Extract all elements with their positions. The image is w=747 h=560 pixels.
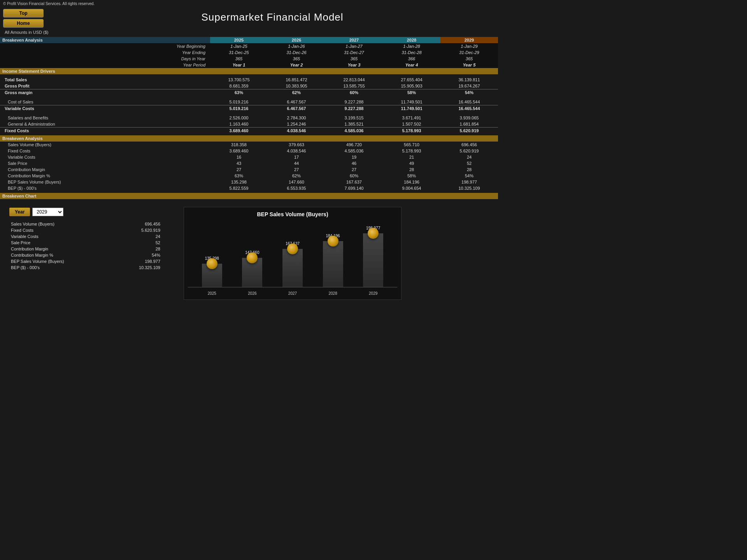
chart-right-panel: BEP Sales Volume (Buyers) 135.298 147.66… — [184, 207, 402, 300]
salaries-row: Salaries and Benefits 2.526.000 2.784.30… — [0, 115, 498, 121]
bvc-2025: 16 — [210, 154, 268, 160]
bep-sale-price-label: Sale Price — [0, 160, 210, 166]
total-sales-2026: 16.851.472 — [268, 77, 325, 83]
bsv-2027: 496.720 — [325, 142, 383, 148]
sal-2027: 3.199.515 — [325, 115, 383, 121]
period-2028: Year 4 — [383, 62, 440, 68]
year-ending-2027: 31-Dec-27 — [325, 49, 383, 56]
list-item: Contribution Margin 28 — [9, 246, 163, 252]
gross-profit-2026: 10.383.905 — [268, 83, 325, 89]
list-item: Sales Volume (Buyers) 696.456 — [9, 221, 163, 227]
bep-bep-sales-volume-row: BEP Sales Volume (Buyers) 135.298 147.66… — [0, 179, 498, 185]
cos-2025: 5.019.216 — [210, 99, 268, 105]
total-sales-2027: 22.813.044 — [325, 77, 383, 83]
table-row: Days in Year 365 365 365 366 365 — [0, 56, 498, 62]
year-beginning-label: Year Beginning — [0, 43, 210, 49]
total-sales-row: Total Sales 13.700.575 16.851.472 22.813… — [0, 77, 498, 83]
chart-cm-label: Contribution Margin — [9, 246, 115, 252]
chart-bsv-value: 198.977 — [115, 258, 163, 264]
bfc-2025: 3.689.460 — [210, 148, 268, 154]
vc-2029: 16.465.544 — [440, 105, 498, 112]
bar-dot-2027 — [287, 243, 298, 254]
fc-income-2026: 4.038.546 — [268, 128, 325, 134]
sp-2025: 43 — [210, 160, 268, 166]
list-item: Contribution Margin % 54% — [9, 252, 163, 258]
bep-contribution-margin-label: Contribution Margin — [0, 166, 210, 173]
chart-cm-pct-value: 54% — [115, 252, 163, 258]
home-button[interactable]: Home — [3, 19, 44, 28]
bar-rect-2026 — [242, 258, 262, 287]
bar-dot-2025 — [207, 258, 217, 269]
income-drivers-header: Income Statement Drivers — [0, 68, 498, 74]
year-header-2026: 2026 — [268, 37, 325, 43]
fc-income-2027: 4.585.036 — [325, 128, 383, 134]
ga-2025: 1.163.460 — [210, 121, 268, 128]
bar-item-2029: 198.977 — [363, 225, 383, 287]
bvc-2027: 19 — [325, 154, 383, 160]
period-2025: Year 1 — [210, 62, 268, 68]
breakeven-section-header: Breakeven Analysis — [0, 37, 210, 43]
bar-rect-2028 — [323, 241, 343, 287]
bar-year-2025: 2025 — [208, 291, 216, 296]
bvc-2029: 24 — [440, 154, 498, 160]
bep-contribution-margin-pct-row: Contribution Margin % 63% 62% 60% 58% 54… — [0, 173, 498, 179]
year-select[interactable]: 2025 2026 2027 2028 2029 — [32, 208, 63, 216]
sal-2029: 3.939.065 — [440, 115, 498, 121]
main-table: Breakeven Analysis 2025 2026 2027 2028 2… — [0, 37, 498, 199]
days-2029: 365 — [440, 56, 498, 62]
gross-margin-2025: 63% — [210, 89, 268, 96]
gross-profit-2025: 8.681.359 — [210, 83, 268, 89]
bbsv-2025: 135.298 — [210, 179, 268, 185]
page-title: Supermarket Financial Model — [47, 7, 498, 25]
chart-sale-price-value: 52 — [115, 240, 163, 246]
fc-income-2028: 5.178.993 — [383, 128, 440, 134]
bep-variable-costs-label: Variable Costs — [0, 154, 210, 160]
ga-label: General & Administration — [0, 121, 210, 128]
bep-fixed-costs-row: Fixed Costs 3.689.460 4.038.546 4.585.03… — [0, 148, 498, 154]
cos-2028: 11.749.501 — [383, 99, 440, 105]
bdol-2028: 9.004.654 — [383, 185, 440, 191]
bar-year-2028: 2028 — [328, 291, 337, 296]
bep-contribution-margin-pct-label: Contribution Margin % — [0, 173, 210, 179]
chart-left-panel: Year 2025 2026 2027 2028 2029 Sales Volu… — [5, 204, 168, 303]
cost-of-sales-label: Cost of Sales — [0, 99, 210, 105]
bep-variable-costs-row: Variable Costs 16 17 19 21 24 — [0, 154, 498, 160]
bep-sale-price-row: Sale Price 43 44 46 49 52 — [0, 160, 498, 166]
spacer-row — [0, 112, 498, 115]
bar-dot-2029 — [368, 228, 379, 239]
bbsv-2028: 184.196 — [383, 179, 440, 185]
year-beginning-2029: 1-Jan-29 — [440, 43, 498, 49]
year-period-label: Year Period — [0, 62, 210, 68]
sp-2029: 52 — [440, 160, 498, 166]
gross-profit-2027: 13.585.755 — [325, 83, 383, 89]
gross-margin-label: Gross margin — [0, 89, 210, 96]
copyright: © Profit Vision Financial Services. All … — [0, 0, 498, 7]
bfc-2027: 4.585.036 — [325, 148, 383, 154]
bar-year-2027: 2027 — [288, 291, 297, 296]
chart-bdol-value: 10.325.109 — [115, 264, 163, 271]
cmp-2028: 58% — [383, 173, 440, 179]
cm-2025: 27 — [210, 166, 268, 173]
year-header-2029: 2029 — [440, 37, 498, 43]
bar-year-2029: 2029 — [369, 291, 377, 296]
vc-2028: 11.749.501 — [383, 105, 440, 112]
year-header-2027: 2027 — [325, 37, 383, 43]
vc-2025: 5.019.216 — [210, 105, 268, 112]
year-ending-2026: 31-Dec-26 — [268, 49, 325, 56]
chart-section: Year 2025 2026 2027 2028 2029 Sales Volu… — [0, 200, 498, 307]
cos-2029: 16.465.544 — [440, 99, 498, 105]
bbsv-2027: 167.637 — [325, 179, 383, 185]
table-row: Year Period Year 1 Year 2 Year 3 Year 4 … — [0, 62, 498, 68]
sp-2027: 46 — [325, 160, 383, 166]
gross-margin-2028: 58% — [383, 89, 440, 96]
bep-bep-sales-volume-label: BEP Sales Volume (Buyers) — [0, 179, 210, 185]
gross-margin-2027: 60% — [325, 89, 383, 96]
cmp-2025: 63% — [210, 173, 268, 179]
variable-costs-row: Variable Costs 5.019.216 6.467.567 9.227… — [0, 105, 498, 112]
year-beginning-2027: 1-Jan-27 — [325, 43, 383, 49]
bar-dot-2028 — [328, 236, 338, 247]
bdol-2029: 10.325.109 — [440, 185, 498, 191]
variable-costs-label: Variable Costs — [0, 105, 210, 112]
ga-2028: 1.507.502 — [383, 121, 440, 128]
top-button[interactable]: Top — [3, 9, 44, 18]
